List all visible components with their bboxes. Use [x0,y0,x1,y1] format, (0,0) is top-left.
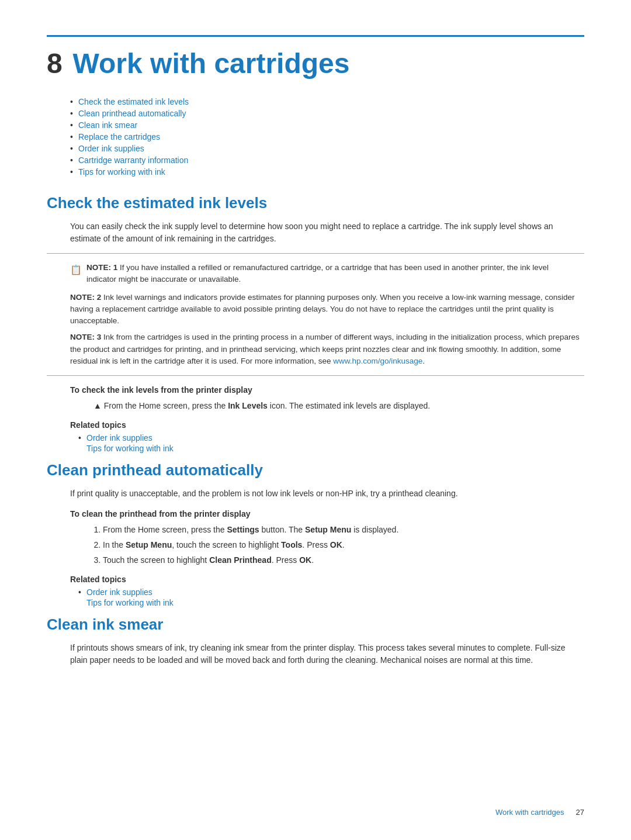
toc-list: Check the estimated ink levels Clean pri… [70,97,584,177]
related-link-tips-1[interactable]: Tips for working with ink [86,444,174,453]
toc-link-7[interactable]: Tips for working with ink [78,167,165,177]
note-1-text: NOTE: 1 If you have installed a refilled… [86,262,578,286]
related-link-order-1[interactable]: Order ink supplies [86,433,152,443]
related-label-check-ink: Related topics [70,420,584,430]
triangle-bullet: ▲ [93,401,104,410]
section-clean-printhead: Clean printhead automatically If print q… [47,461,584,607]
page-footer: Work with cartridges 27 [495,808,584,817]
note-1-content: If you have installed a refilled or rema… [86,263,549,284]
toc-item-5[interactable]: Order ink supplies [70,144,584,153]
step-2-bold-2: Tools [281,540,302,549]
section-intro-clean-printhead: If print quality is unacceptable, and th… [70,488,578,500]
section-clean-smear: Clean ink smear If printouts shows smear… [47,616,584,666]
step-1: From the Home screen, press the Settings… [103,524,578,536]
toc-item-3[interactable]: Clean ink smear [70,120,584,130]
toc-link-3[interactable]: Clean ink smear [78,120,137,130]
related-link-order-2[interactable]: Order ink supplies [86,587,152,597]
related-item-tips-2[interactable]: Tips for working with ink [78,598,584,607]
check-ink-arrow-row: ▲ From the Home screen, press the Ink Le… [93,400,578,412]
related-link-tips-2[interactable]: Tips for working with ink [86,598,174,607]
step-3-bold-2: OK [299,555,311,565]
toc-link-4[interactable]: Replace the cartridges [78,132,160,141]
related-list-clean-printhead: Order ink supplies Tips for working with… [78,587,584,607]
chapter-header: 8 Work with cartridges [47,35,584,79]
clean-printhead-subheading-wrapper: To clean the printhead from the printer … [70,508,578,566]
note-3-label: NOTE: 3 [70,333,101,341]
toc-link-2[interactable]: Clean printhead automatically [78,109,186,118]
clean-printhead-steps: From the Home screen, press the Settings… [103,524,578,566]
check-ink-subheading-wrapper: To check the ink levels from the printer… [70,384,578,412]
toc-item-7[interactable]: Tips for working with ink [70,167,584,177]
toc-link-1[interactable]: Check the estimated ink levels [78,97,189,106]
step-2-bold-1: Setup Menu [126,540,172,549]
step-2-bold-3: OK [330,540,342,549]
clean-printhead-subheading: To clean the printhead from the printer … [70,508,578,520]
toc-item-1[interactable]: Check the estimated ink levels [70,97,584,106]
related-list-check-ink: Order ink supplies Tips for working with… [78,433,584,453]
section-check-ink: Check the estimated ink levels You can e… [47,194,584,453]
step-2: In the Setup Menu, touch the screen to h… [103,539,578,551]
related-label-clean-printhead: Related topics [70,575,584,584]
toc-link-5[interactable]: Order ink supplies [78,144,144,153]
toc-item-6[interactable]: Cartridge warranty information [70,155,584,165]
step-1-bold-1: Settings [227,525,259,534]
related-item-2[interactable]: Tips for working with ink [78,444,584,453]
related-topics-clean-printhead: Related topics Order ink supplies Tips f… [70,575,584,607]
footer-link[interactable]: Work with cartridges [495,808,564,817]
toc-item-2[interactable]: Clean printhead automatically [70,109,584,118]
related-item-order-2[interactable]: Order ink supplies [78,587,584,597]
related-item-1[interactable]: Order ink supplies [78,433,584,443]
note-3-block: NOTE: 3 Ink from the cartridges is used … [70,331,584,367]
note-3-end: . [422,357,425,365]
section-title-check-ink: Check the estimated ink levels [47,194,584,212]
section-intro-clean-smear: If printouts shows smears of ink, try cl… [70,642,578,666]
note-1-label: NOTE: 1 [86,263,117,272]
divider-1 [47,253,584,254]
chapter-title: Work with cartridges [73,48,350,79]
step-3: Touch the screen to highlight Clean Prin… [103,554,578,566]
note-3-content: Ink from the cartridges is used in the p… [70,333,580,365]
arrow-end: icon. The estimated ink levels are displ… [268,401,430,410]
step-1-bold-2: Setup Menu [305,525,351,534]
section-title-clean-printhead: Clean printhead automatically [47,461,584,479]
check-ink-subheading: To check the ink levels from the printer… [70,384,578,396]
note-2-block: NOTE: 2 Ink level warnings and indicator… [70,292,584,327]
step-3-bold-1: Clean Printhead [209,555,272,565]
chapter-number: 8 [47,48,63,79]
note-1-block: 📋 NOTE: 1 If you have installed a refill… [70,262,578,286]
note-2-label: NOTE: 2 [70,293,101,302]
footer-page-number: 27 [576,808,584,817]
note-icon-1: 📋 [70,263,82,286]
divider-2 [47,375,584,376]
section-title-clean-smear: Clean ink smear [47,616,584,634]
toc-link-6[interactable]: Cartridge warranty information [78,155,188,165]
note-2-content: Ink level warnings and indicators provid… [70,293,574,326]
toc-item-4[interactable]: Replace the cartridges [70,132,584,141]
note-3-link[interactable]: www.hp.com/go/inkusage [333,357,422,365]
section-intro-check-ink: You can easily check the ink supply leve… [70,220,578,245]
arrow-text: From the Home screen, press the [104,401,228,410]
arrow-bold: Ink Levels [228,401,268,410]
related-topics-check-ink: Related topics Order ink supplies Tips f… [70,420,584,453]
